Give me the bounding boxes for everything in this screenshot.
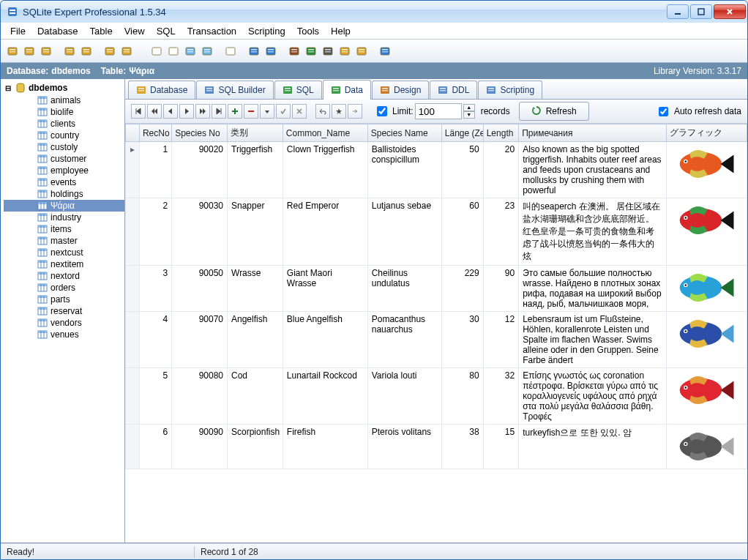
db-remove-icon[interactable] [39,44,53,59]
db-attach-icon[interactable] [62,44,77,59]
execute-icon[interactable] [247,44,261,59]
tree-table-clients[interactable]: clients [4,118,124,130]
cell-category[interactable]: Triggerfish [228,142,283,198]
cell-speciesno[interactable]: 90050 [172,266,228,312]
cell-category[interactable]: Wrasse [228,266,283,312]
cell-graphic[interactable] [667,142,747,198]
db-refresh-icon[interactable] [102,44,117,59]
menu-file[interactable]: File [5,24,31,38]
cell-speciesno[interactable]: 90030 [172,198,228,266]
cell-speciesname[interactable]: Ballistoides conspicillum [367,142,441,198]
cell-category[interactable]: Snapper [228,198,283,266]
column-header[interactable]: グラフィック [667,124,747,142]
new-sql-icon[interactable] [149,44,164,59]
tree-table-industry[interactable]: industry [4,212,124,223]
nav-nextpage-button[interactable] [195,104,210,119]
column-header[interactable] [126,124,140,142]
table-row[interactable]: 590080CodLunartail RockcodVariola louti8… [126,368,747,425]
tree-table-venues[interactable]: venues [4,329,124,340]
post-button[interactable] [276,104,291,119]
tree-table-master[interactable]: master [4,235,124,247]
nav-last-button[interactable] [212,104,226,119]
goto-bookmark-button[interactable] [348,104,362,119]
tab-data[interactable]: Data [323,80,371,100]
menu-database[interactable]: Database [32,24,83,38]
undo-button[interactable] [315,104,330,119]
cell-notes[interactable]: Это самые большие полностью wrasse. Найд… [519,266,667,312]
auto-refresh-checkbox[interactable] [659,107,668,116]
table-row[interactable]: 290030SnapperRed EmperorLutjanus sebae60… [126,198,747,266]
cell-commonname[interactable]: Clown Triggerfish [283,142,367,198]
cell-recno[interactable]: 4 [139,312,171,368]
cell-graphic[interactable] [667,368,747,425]
maximize-button[interactable] [690,4,712,19]
tree-table-animals[interactable]: animals [4,94,124,106]
delete-sql-icon[interactable] [166,44,181,59]
tree-table-parts[interactable]: parts [4,294,124,305]
cell-lange[interactable]: 60 [441,198,483,266]
cell-speciesname[interactable]: Pterois volitans [367,425,441,469]
tree-table-country[interactable]: country [4,130,124,141]
limit-checkbox[interactable] [377,106,387,116]
cell-commonname[interactable]: Giant Maori Wrasse [283,266,367,312]
cell-category[interactable]: Scorpionfish [228,425,283,469]
cell-notes[interactable]: 叫的seaperch 在澳洲。 居住区域在盐水湖珊瑚礁和含沙底底部附近。 红色皇… [519,198,667,266]
cell-commonname[interactable]: Red Emperor [283,198,367,266]
book2-icon[interactable] [304,44,318,59]
tree-table-biolife[interactable]: biolife [4,106,124,118]
nav-first-button[interactable] [131,104,146,119]
db-vacuum-icon[interactable] [119,44,134,59]
tab-sql[interactable]: SQL [274,81,322,99]
db-open-icon[interactable] [5,44,20,59]
column-header[interactable]: Length [483,124,518,142]
tree-expander-icon[interactable]: ⊟ [5,84,12,92]
sqlite-doc-icon[interactable] [321,44,335,59]
cancel-button[interactable] [292,104,307,119]
limit-input[interactable] [415,103,462,119]
cell-commonname[interactable]: Lunartail Rockcod [283,368,367,425]
cell-notes[interactable]: turkeyfish으로 또한 있있. 암 [519,425,667,469]
execute-step-icon[interactable] [263,44,278,59]
column-header[interactable]: 类别 [228,124,283,142]
table-row[interactable]: 690090ScorpionfishFirefishPterois volita… [126,425,747,469]
close-button[interactable] [714,4,746,19]
menu-scripting[interactable]: Scripting [243,24,291,38]
cell-speciesno[interactable]: 90080 [172,368,228,425]
menu-view[interactable]: View [119,24,150,38]
column-header[interactable]: Species No [172,124,228,142]
cell-category[interactable]: Angelfish [228,312,283,368]
cell-graphic[interactable] [667,425,747,469]
cell-category[interactable]: Cod [228,368,283,425]
cell-speciesno[interactable]: 90070 [172,312,228,368]
tree-table-events[interactable]: events [4,176,124,188]
sidebar[interactable]: ⊟ dbdemos animalsbiolifeclientscountrycu… [1,79,125,542]
cell-length[interactable]: 23 [483,198,518,266]
cell-recno[interactable]: 5 [139,368,171,425]
edit-button[interactable] [260,104,274,119]
cell-length[interactable]: 15 [483,425,518,469]
tree-database-node[interactable]: ⊟ dbdemos [4,81,124,94]
tree-table-ψάρια[interactable]: Ψάρια [4,200,124,212]
tree-table-customer[interactable]: customer [4,153,124,165]
nav-prev-button[interactable] [163,104,178,119]
tree-table-orders[interactable]: orders [4,282,124,294]
cell-notes[interactable]: Also known as the big spotted triggerfis… [519,142,667,198]
column-header[interactable]: RecNo [139,124,171,142]
table-row[interactable]: ▸190020TriggerfishClown TriggerfishBalli… [126,142,747,198]
cell-commonname[interactable]: Blue Angelfish [283,312,367,368]
nav-next-button[interactable] [179,104,194,119]
column-header[interactable]: Länge (Zentimeter) [441,124,483,142]
refresh-button[interactable]: Refresh [519,102,589,121]
cell-speciesname[interactable]: Lutjanus sebae [367,198,441,266]
table-row[interactable]: 390050WrasseGiant Maori WrasseCheilinus … [126,266,747,312]
cell-length[interactable]: 20 [483,142,518,198]
tree-table-items[interactable]: items [4,223,124,235]
menu-table[interactable]: Table [85,24,118,38]
cell-lange[interactable]: 38 [441,425,483,469]
cell-speciesname[interactable]: Pomacanthus nauarchus [367,312,441,368]
column-header[interactable]: Common_Name [283,124,367,142]
tree-table-nextord[interactable]: nextord [4,270,124,282]
bookmark-button[interactable] [332,104,346,119]
table-row[interactable]: 490070AngelfishBlue AngelfishPomacanthus… [126,312,747,368]
tree-table-reservat[interactable]: reservat [4,305,124,317]
